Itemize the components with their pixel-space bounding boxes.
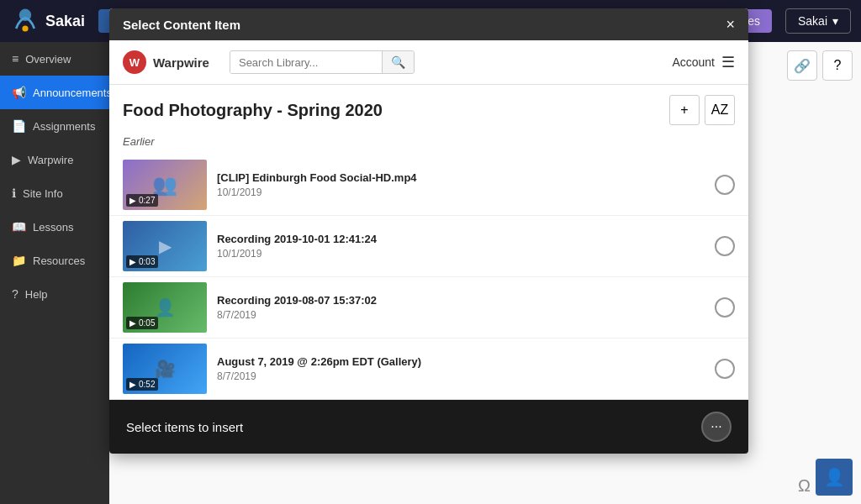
duration-text: 0:52 — [139, 380, 155, 389]
modal-title: Select Content Item — [123, 18, 240, 32]
help-icon-button[interactable]: ? — [822, 50, 853, 81]
warpwire-name: Warpwire — [153, 55, 209, 70]
media-thumbnail: 👥 ▶ 0:27 — [123, 160, 207, 210]
warpwire-icon: ▶ — [12, 153, 21, 166]
play-icon: ▶ — [129, 318, 136, 328]
media-date: 8/7/2019 — [217, 309, 705, 321]
lessons-icon: 📖 — [12, 220, 26, 234]
search-input[interactable] — [230, 52, 382, 73]
duration-overlay: ▶ 0:27 — [126, 194, 158, 207]
media-thumbnail: ▶ ▶ 0:03 — [123, 221, 207, 271]
hamburger-menu-button[interactable]: ☰ — [721, 53, 735, 71]
media-title: Recording 2019-10-01 12:41:24 — [217, 233, 705, 245]
sidebar-item-lessons[interactable]: 📖 Lessons — [0, 210, 109, 244]
media-title: [CLIP] Edinburgh Food Social-HD.mp4 — [217, 171, 705, 184]
account-area: Account ☰ — [672, 53, 735, 71]
footer-more-button[interactable]: ··· — [701, 412, 732, 442]
play-icon: ▶ — [129, 257, 136, 266]
sidebar-item-siteinfo[interactable]: ℹ Site Info — [0, 176, 109, 210]
duration-overlay: ▶ 0:05 — [126, 317, 158, 329]
footer-label: Select items to insert — [126, 420, 243, 434]
sidebar-item-help[interactable]: ? Help — [0, 277, 109, 311]
announcements-icon: 📢 — [12, 86, 26, 99]
duration-text: 0:03 — [139, 257, 155, 266]
media-date: 10/1/2019 — [217, 248, 705, 260]
sidebar-item-warpwire[interactable]: ▶ Warpwire — [0, 143, 109, 176]
link-icon-button[interactable]: 🔗 — [787, 50, 817, 81]
media-info: [CLIP] Edinburgh Food Social-HD.mp4 10/1… — [217, 171, 705, 198]
play-icon: ▶ — [129, 196, 136, 205]
add-content-button[interactable]: + — [669, 95, 700, 125]
sidebar: ≡ Overview 📢 Announcements 📄 Assignments… — [0, 42, 109, 504]
siteinfo-icon: ℹ — [12, 186, 16, 200]
radio-button[interactable] — [715, 359, 735, 379]
account-label: Account — [672, 55, 715, 69]
sidebar-item-assignments[interactable]: 📄 Assignments — [0, 109, 109, 143]
omega-symbol: Ω — [798, 476, 811, 496]
modal-footer: Select items to insert ··· — [109, 400, 748, 454]
sakai-user-button[interactable]: Sakai ▾ — [785, 8, 851, 34]
sort-az-button[interactable]: AZ — [705, 95, 735, 125]
person-icon-button[interactable]: 👤 — [816, 459, 853, 496]
sidebar-item-announcements[interactable]: 📢 Announcements — [0, 76, 109, 109]
warpwire-logo: W — [123, 50, 146, 74]
help-icon: ? — [12, 287, 18, 301]
modal-header: Select Content Item × — [109, 8, 748, 40]
select-content-modal: Select Content Item × W Warpwire 🔍 Accou… — [109, 8, 748, 454]
library-title-area: Food Photography - Spring 2020 + AZ — [109, 85, 748, 132]
library-actions: + AZ — [669, 95, 735, 125]
overview-icon: ≡ — [12, 52, 18, 66]
media-date: 8/7/2019 — [217, 370, 705, 382]
media-info: August 7, 2019 @ 2:26pm EDT (Gallery) 8/… — [217, 355, 705, 382]
sidebar-item-resources[interactable]: 📁 Resources — [0, 244, 109, 277]
resources-icon: 📁 — [12, 254, 26, 267]
radio-button[interactable] — [715, 297, 735, 318]
duration-overlay: ▶ 0:03 — [126, 255, 158, 268]
modal-close-button[interactable]: × — [726, 17, 735, 32]
warpwire-header: W Warpwire 🔍 Account ☰ — [109, 40, 748, 85]
duration-overlay: ▶ 0:52 — [126, 378, 158, 391]
duration-text: 0:27 — [139, 196, 155, 205]
sakai-brand-text: Sakai — [45, 13, 85, 30]
radio-button[interactable] — [715, 175, 735, 195]
media-item[interactable]: 🎥 ▶ 0:52 August 7, 2019 @ 2:26pm EDT (Ga… — [109, 339, 748, 400]
media-item[interactable]: ▶ ▶ 0:03 Recording 2019-10-01 12:41:24 1… — [109, 216, 748, 277]
media-info: Recording 2019-08-07 15:37:02 8/7/2019 — [217, 294, 705, 321]
assignments-icon: 📄 — [12, 119, 26, 133]
library-title: Food Photography - Spring 2020 — [123, 101, 383, 120]
search-button[interactable]: 🔍 — [382, 51, 414, 73]
sidebar-item-overview[interactable]: ≡ Overview — [0, 42, 109, 76]
media-thumbnail: 🎥 ▶ 0:52 — [123, 344, 207, 394]
sakai-logo-icon — [10, 6, 40, 36]
media-date: 10/1/2019 — [217, 186, 705, 198]
media-item[interactable]: 👤 ▶ 0:05 Recording 2019-08-07 15:37:02 8… — [109, 277, 748, 339]
media-title: Recording 2019-08-07 15:37:02 — [217, 294, 705, 307]
section-label-earlier: Earlier — [109, 132, 748, 155]
media-item[interactable]: 👥 ▶ 0:27 [CLIP] Edinburgh Food Social-HD… — [109, 155, 748, 216]
media-title: August 7, 2019 @ 2:26pm EDT (Gallery) — [217, 355, 705, 368]
radio-button[interactable] — [715, 236, 735, 256]
media-list: 👥 ▶ 0:27 [CLIP] Edinburgh Food Social-HD… — [109, 155, 748, 400]
media-thumbnail: 👤 ▶ 0:05 — [123, 282, 207, 333]
sakai-logo: Sakai — [10, 6, 85, 36]
search-box: 🔍 — [230, 50, 415, 74]
svg-point-1 — [22, 25, 28, 31]
media-info: Recording 2019-10-01 12:41:24 10/1/2019 — [217, 233, 705, 260]
play-icon: ▶ — [129, 380, 136, 389]
warpwire-brand: W Warpwire 🔍 — [123, 50, 415, 74]
duration-text: 0:05 — [139, 318, 155, 328]
